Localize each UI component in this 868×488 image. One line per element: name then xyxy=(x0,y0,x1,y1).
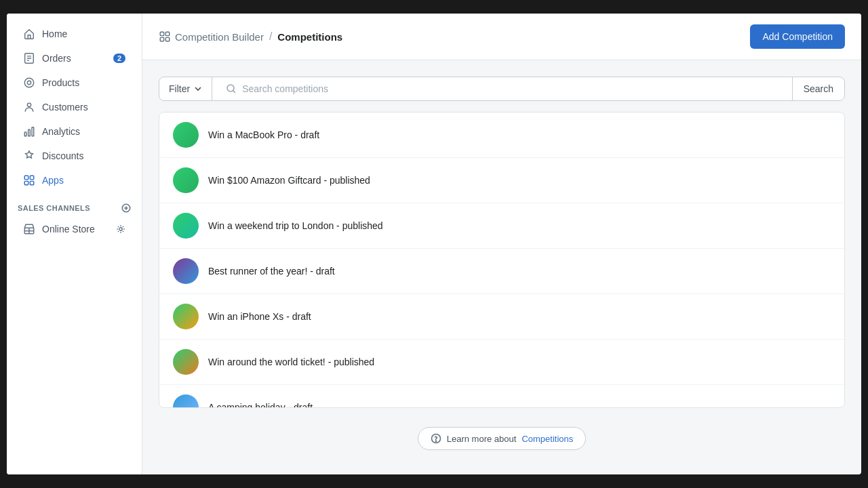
main-content: Competition Builder / Competitions Add C… xyxy=(142,14,861,474)
competition-avatar xyxy=(173,122,199,148)
discounts-icon xyxy=(23,150,35,162)
analytics-icon xyxy=(23,125,35,138)
sidebar: Home Orders 2 xyxy=(7,14,142,474)
breadcrumb-separator: / xyxy=(269,30,272,43)
competitions-list: Win a MacBook Pro - draftWin $100 Amazon… xyxy=(159,112,845,409)
svg-rect-23 xyxy=(160,37,163,41)
sidebar-item-label: Discounts xyxy=(42,150,83,161)
competition-avatar xyxy=(173,213,199,239)
svg-rect-21 xyxy=(160,32,163,35)
competition-item[interactable]: A camping holiday - draft xyxy=(159,385,844,409)
chevron-down-icon xyxy=(194,85,202,93)
filter-label: Filter xyxy=(169,83,190,94)
sidebar-item-products[interactable]: Products xyxy=(12,70,136,95)
sales-channels-header: SALES CHANNELS xyxy=(7,192,142,217)
learn-more-button[interactable]: Learn more about Competitions xyxy=(418,427,587,450)
competition-item[interactable]: Win a weekend trip to London - published xyxy=(159,203,844,249)
sidebar-item-home[interactable]: Home xyxy=(12,22,136,46)
competition-avatar xyxy=(173,167,199,193)
search-area xyxy=(218,83,787,94)
svg-rect-8 xyxy=(28,129,31,136)
filter-bar: Filter Search xyxy=(159,77,845,101)
competition-item[interactable]: Win $100 Amazon Giftcard - published xyxy=(159,158,844,203)
sidebar-item-orders[interactable]: Orders 2 xyxy=(12,46,136,70)
svg-rect-13 xyxy=(30,181,33,184)
filter-button[interactable]: Filter xyxy=(159,77,212,101)
sidebar-item-apps[interactable]: Apps xyxy=(12,168,136,192)
apps-icon xyxy=(23,174,35,186)
competition-item[interactable]: Win a MacBook Pro - draft xyxy=(159,113,844,158)
svg-line-26 xyxy=(233,90,236,93)
builder-name: Competition Builder xyxy=(159,30,264,43)
competition-avatar xyxy=(173,304,199,329)
svg-rect-7 xyxy=(24,132,26,136)
svg-rect-22 xyxy=(165,32,169,35)
competition-item[interactable]: Win an iPhone Xs - draft xyxy=(159,294,844,340)
competition-avatar xyxy=(173,258,199,284)
competition-item[interactable]: Win around the world ticket! - published xyxy=(159,340,844,385)
add-channel-icon[interactable] xyxy=(121,203,131,213)
online-store-label: Online Store xyxy=(42,224,95,235)
store-icon xyxy=(23,223,35,235)
sidebar-item-label: Analytics xyxy=(42,126,80,137)
svg-point-6 xyxy=(27,103,31,106)
svg-rect-11 xyxy=(30,176,33,179)
competition-title: Win around the world ticket! - published xyxy=(208,357,374,367)
competition-title: Win $100 Amazon Giftcard - published xyxy=(208,175,370,186)
sidebar-item-label: Apps xyxy=(42,175,64,186)
orders-badge: 2 xyxy=(113,54,125,63)
competitions-link[interactable]: Competitions xyxy=(521,434,573,444)
sidebar-item-label: Home xyxy=(42,28,67,39)
svg-point-5 xyxy=(27,81,31,84)
search-button[interactable]: Search xyxy=(792,77,844,101)
sidebar-item-customers[interactable]: Customers xyxy=(12,95,136,119)
orders-icon xyxy=(23,52,35,64)
competition-title: Win an iPhone Xs - draft xyxy=(208,311,311,322)
svg-point-4 xyxy=(24,78,34,87)
svg-rect-9 xyxy=(32,127,34,136)
search-input[interactable] xyxy=(242,83,778,94)
svg-rect-24 xyxy=(165,37,169,41)
help-icon xyxy=(431,433,441,444)
home-icon xyxy=(23,28,35,40)
sidebar-item-label: Products xyxy=(42,77,79,88)
competition-title: Win a weekend trip to London - published xyxy=(208,220,383,231)
competition-title: A camping holiday - draft xyxy=(208,402,313,409)
competition-avatar xyxy=(173,394,199,409)
page-body: Filter Search Win a MacBook Pro - xyxy=(142,60,861,474)
learn-more-text: Learn more about xyxy=(447,434,517,444)
competition-item[interactable]: Best runner of the year! - draft xyxy=(159,249,844,294)
breadcrumb: Competition Builder / Competitions xyxy=(159,30,342,43)
customers-icon xyxy=(23,101,35,113)
page-footer: Learn more about Competitions xyxy=(159,419,845,458)
page-header: Competition Builder / Competitions Add C… xyxy=(142,14,861,60)
settings-icon[interactable] xyxy=(116,224,125,234)
competition-title: Win a MacBook Pro - draft xyxy=(208,129,319,140)
competition-avatar xyxy=(173,349,199,375)
page-title: Competitions xyxy=(277,31,342,43)
sidebar-item-discounts[interactable]: Discounts xyxy=(12,144,136,168)
sidebar-item-label: Orders xyxy=(42,53,71,64)
sidebar-item-online-store[interactable]: Online Store xyxy=(12,217,136,241)
svg-rect-10 xyxy=(24,176,28,179)
products-icon xyxy=(23,77,35,89)
search-icon xyxy=(226,83,237,94)
sidebar-item-label: Customers xyxy=(42,102,88,113)
svg-point-20 xyxy=(119,228,122,230)
svg-rect-12 xyxy=(24,181,28,184)
competition-title: Best runner of the year! - draft xyxy=(208,266,335,277)
builder-icon xyxy=(159,30,171,43)
sidebar-nav: Home Orders 2 xyxy=(7,14,142,249)
add-competition-button[interactable]: Add Competition xyxy=(750,24,845,49)
sidebar-item-analytics[interactable]: Analytics xyxy=(12,119,136,144)
sales-channels-label: SALES CHANNELS xyxy=(18,204,90,212)
svg-point-28 xyxy=(435,441,436,441)
